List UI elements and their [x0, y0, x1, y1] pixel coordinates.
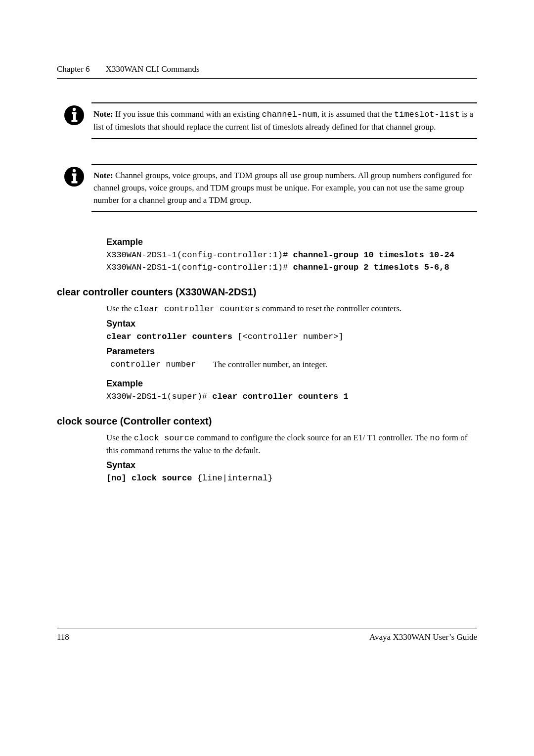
example-heading: Example	[106, 237, 477, 247]
info-icon	[57, 164, 91, 189]
note1-code-2: timeslot-list	[394, 110, 460, 119]
book-title: Avaya X330WAN User’s Guide	[369, 632, 477, 642]
note-block-1: Note: If you issue this command with an …	[57, 102, 477, 139]
prompt: X330WAN-2DS1-1(config-controller:1)#	[106, 263, 293, 272]
parameter-row: controller number The controller number,…	[106, 360, 477, 370]
syntax-rest: {line|internal}	[197, 473, 273, 483]
intro-code: clear controller counters	[134, 304, 260, 314]
syntax-heading: Syntax	[106, 319, 477, 329]
parameters-heading: Parameters	[106, 346, 477, 357]
section1-intro: Use the clear controller counters comman…	[106, 303, 477, 316]
svg-rect-9	[72, 181, 78, 184]
prompt: X330WAN-2DS1-1(config-controller:1)#	[106, 250, 293, 260]
intro-text-b: command to configure the clock source fo…	[194, 433, 430, 442]
note-label: Note:	[93, 171, 113, 180]
command: channel-group 10 timeslots 10-24	[293, 250, 454, 260]
syntax-code: clear controller counters [<controller n…	[106, 331, 477, 343]
note-text-2: Note: Channel groups, voice groups, and …	[91, 164, 477, 212]
syntax-bold: [no] clock source	[106, 473, 197, 483]
command: clear controller counters 1	[212, 392, 348, 401]
info-icon	[57, 102, 91, 128]
section-heading-clock-source: clock source (Controller context)	[57, 416, 477, 427]
intro-code-2: no	[430, 433, 440, 443]
svg-rect-3	[73, 113, 76, 121]
intro-code: clock source	[134, 433, 194, 443]
chapter-title: X330WAN CLI Commands	[106, 64, 200, 74]
svg-rect-8	[73, 174, 76, 182]
svg-point-6	[73, 169, 76, 172]
page-footer: 118 Avaya X330WAN User’s Guide	[57, 628, 477, 642]
note2-text: Channel groups, voice groups, and TDM gr…	[93, 171, 472, 204]
note-block-2: Note: Channel groups, voice groups, and …	[57, 164, 477, 212]
syntax-code: [no] clock source {line|internal}	[106, 472, 477, 485]
parameter-name: controller number	[106, 360, 196, 370]
svg-rect-4	[72, 120, 78, 122]
chapter-label: Chapter 6	[57, 64, 90, 74]
example-block-1: Example X330WAN-2DS1-1(config-controller…	[106, 237, 477, 274]
example-heading: Example	[106, 378, 477, 389]
intro-text-b: command to reset the controller counters…	[260, 304, 402, 313]
page-number: 118	[57, 632, 69, 642]
page-header: Chapter 6 X330WAN CLI Commands	[57, 64, 477, 79]
example-code: X330W-2DS1-1(super)# clear controller co…	[106, 391, 477, 403]
example-code: X330WAN-2DS1-1(config-controller:1)# cha…	[106, 249, 477, 274]
section-heading-clear-controller: clear controller counters (X330WAN-2DS1)	[57, 286, 477, 298]
command: channel-group 2 timeslots 5-6,8	[293, 263, 449, 272]
svg-point-1	[73, 108, 76, 111]
section2-intro: Use the clock source command to configur…	[106, 432, 477, 457]
intro-text-a: Use the	[106, 433, 134, 442]
syntax-rest: [<controller number>]	[237, 332, 343, 341]
section-body-1: Use the clear controller counters comman…	[106, 303, 477, 403]
intro-text-a: Use the	[106, 304, 134, 313]
note-label: Note:	[93, 109, 113, 119]
note1-code-1: channel-num	[262, 110, 317, 119]
syntax-bold: clear controller counters	[106, 332, 237, 341]
note-text-1: Note: If you issue this command with an …	[91, 102, 477, 139]
parameter-desc: The controller number, an integer.	[213, 360, 327, 370]
note1-text-b: , it is assumed that the	[317, 109, 394, 119]
syntax-heading: Syntax	[106, 460, 477, 471]
page-root: Chapter 6 X330WAN CLI Commands Note: If …	[0, 0, 534, 642]
section-body-2: Use the clock source command to configur…	[106, 432, 477, 484]
prompt: X330W-2DS1-1(super)#	[106, 392, 212, 401]
note1-text-a: If you issue this command with an existi…	[115, 109, 262, 119]
